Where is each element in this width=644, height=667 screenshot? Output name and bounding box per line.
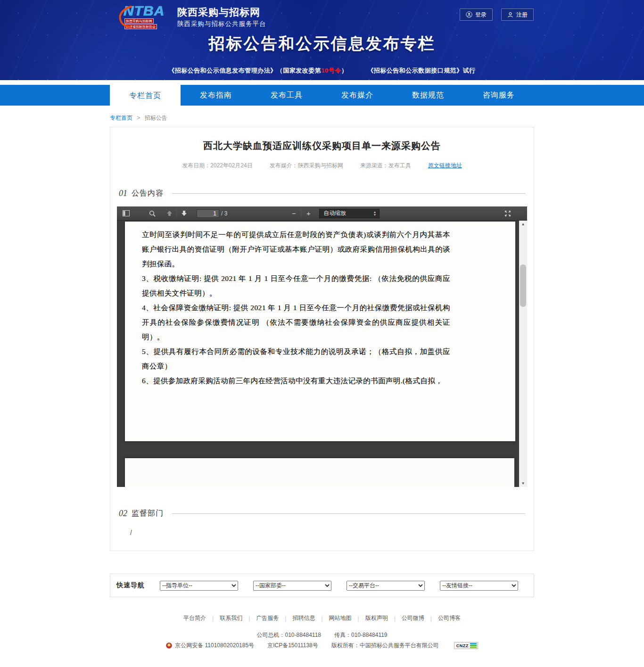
article-container: 西北大学缺血预适应训练仪采购项目单一来源采购公告 发布日期：2022年02月24…: [110, 127, 534, 551]
footer-beian-gongan[interactable]: 京公网安备 11010802020185号: [175, 642, 254, 650]
original-link[interactable]: 原文链接地址: [428, 162, 462, 170]
section-title: 监督部门: [132, 509, 164, 519]
cnzz-counter-badge[interactable]: CNZZ: [454, 642, 478, 649]
quick-nav-bar: 快速导航 --指导单位-- --国家部委-- --交易平台-- --友情链接--: [110, 574, 534, 597]
guide-unit-select[interactable]: --指导单位--: [160, 581, 238, 591]
footer-beian-icp[interactable]: 京ICP备15011138号: [267, 642, 318, 650]
toolbar-separator: [301, 210, 301, 217]
footer-link-platform-intro[interactable]: 平台简介: [183, 614, 206, 622]
footer-link-recruit-info[interactable]: 招聘信息: [292, 614, 315, 622]
search-icon[interactable]: [146, 208, 158, 219]
breadcrumb: 专栏首页 > 招标公告: [110, 114, 534, 122]
site-logo[interactable]: NTBA 陕西采购与招标网 陕西省招标投标协会 陕西采购与招标网 陕西采购与招标…: [117, 4, 266, 30]
scroll-up-icon[interactable]: ▲: [519, 221, 527, 228]
user-circle-icon: [466, 11, 472, 18]
meta-source-channel: 来源渠道：发布工具: [360, 162, 411, 170]
nav-tab-consult-service[interactable]: 咨询服务: [463, 85, 534, 106]
footer-link-ad-service[interactable]: 广告服务: [256, 614, 279, 622]
article-title: 西北大学缺血预适应训练仪采购项目单一来源采购公告: [110, 140, 534, 152]
meta-publish-media: 发布媒介：陕西采购与招标网: [270, 162, 343, 170]
section-divider: [172, 513, 525, 514]
footer-phone: 公司总机：010-88484118: [256, 632, 321, 638]
footer-link-weibo[interactable]: 公司微博: [402, 614, 424, 622]
site-header: NTBA 陕西采购与招标网 陕西省招标投标协会 陕西采购与招标网 陕西采购与招标…: [0, 0, 644, 80]
site-title: 陕西采购与招标网: [177, 6, 266, 18]
pdf-paragraph: 5、提供具有履行本合同所必需的设备和专业技术能力的说明及承诺；（格式自拟，加盖供…: [142, 344, 450, 373]
pdf-page-1: 立时间至谈判时间不足一年的可提供成立后任意时段的资产负债表)或谈判前六个月内其基…: [125, 222, 515, 441]
page-count-label: / 3: [221, 210, 227, 217]
logo-mark: NTBA 陕西采购与招标网 陕西省招标投标协会: [117, 4, 173, 30]
footer-link-blog[interactable]: 公司博客: [438, 614, 461, 622]
nav-tab-data-standard[interactable]: 数据规范: [393, 85, 463, 106]
page-number-input[interactable]: [197, 209, 219, 218]
next-page-icon[interactable]: [178, 208, 190, 219]
section-supervision-header: 02 监督部门: [119, 509, 525, 519]
section-announcement-header: 01 公告内容: [119, 189, 525, 198]
zoom-out-icon[interactable]: −: [288, 208, 300, 219]
footer-link-copyright-statement[interactable]: 版权声明: [365, 614, 388, 622]
fullscreen-icon[interactable]: [502, 208, 514, 219]
quick-nav-label: 快速导航: [116, 581, 145, 590]
pdf-body: 立时间至谈判时间不足一年的可提供成立后任意时段的资产负债表)或谈判前六个月内其基…: [117, 221, 527, 487]
banner-sub-right: 《招标公告和公示数据接口规范》试行: [367, 67, 476, 74]
login-button[interactable]: 登录: [460, 8, 493, 21]
national-ministry-select[interactable]: --国家部委--: [253, 581, 331, 591]
trading-platform-select[interactable]: --交易平台--: [347, 581, 425, 591]
zoom-in-icon[interactable]: +: [302, 208, 314, 219]
footer-link-separator: |: [430, 615, 432, 622]
pdf-scrollbar[interactable]: ▲ ▼: [519, 221, 527, 487]
site-subtitle: 陕西采购与招标公共服务平台: [177, 20, 266, 28]
register-button[interactable]: 注册: [501, 8, 534, 21]
pdf-page-2: [125, 458, 514, 487]
scrollbar-thumb[interactable]: [520, 264, 526, 307]
section-divider: [172, 193, 525, 194]
pdf-paragraph: 6、提供参加政府采购活动前三年内在经营活动中没有重大违法记录的书面声明.(格式自…: [142, 373, 450, 388]
footer-link-separator: |: [285, 615, 286, 622]
friendly-links-select[interactable]: --友情链接--: [440, 581, 518, 591]
pdf-paragraph: 4、社会保障资金缴纳证明: 提供 2021 年 1 月 1 日至今任意一个月的社…: [142, 300, 450, 344]
footer-link-separator: |: [358, 615, 359, 622]
meta-publish-date: 发布日期：2022年02月24日: [182, 162, 252, 170]
logo-swoosh-icon: [117, 5, 136, 28]
banner-sub-close: ）: [341, 67, 348, 74]
scroll-down-icon[interactable]: ▼: [519, 480, 527, 487]
register-label: 注册: [516, 11, 528, 19]
sidebar-toggle-icon[interactable]: [120, 208, 132, 219]
footer-link-contact-us[interactable]: 联系我们: [220, 614, 242, 622]
supervision-content: /: [130, 529, 534, 536]
pdf-page-text: 立时间至谈判时间不足一年的可提供成立后任意时段的资产负债表)或谈判前六个月内其基…: [125, 222, 515, 388]
user-icon: [507, 12, 513, 18]
footer-contact-line: 公司总机：010-88484118传真：010-88484119: [0, 631, 644, 639]
pdf-paragraph: 3、税收缴纳证明: 提供 2021 年 1 月 1 日至今任意一个月的缴费凭据:…: [142, 271, 450, 300]
cnzz-label: CNZZ: [456, 643, 469, 648]
footer-link-sitemap[interactable]: 网站地图: [329, 614, 352, 622]
footer-links: 平台简介| 联系我们| 广告服务| 招聘信息| 网站地图| 版权声明| 公司微博…: [0, 614, 644, 622]
footer-copyright-owner: 版权所有：中国招标公共服务平台有限公司: [331, 642, 439, 650]
footer-link-separator: |: [394, 615, 396, 622]
pdf-paragraph: 立时间至谈判时间不足一年的可提供成立后任意时段的资产负债表)或谈判前六个月内其基…: [142, 227, 450, 271]
section-number: 01: [119, 189, 127, 198]
main-nav: 专栏首页 发布指南 发布工具 发布媒介 数据规范 咨询服务: [0, 85, 644, 106]
footer-copyright-line: 京公网安备 11010802020185号 京ICP备15011138号 版权所…: [0, 642, 644, 650]
toolbar-separator: [176, 210, 177, 217]
previous-page-icon[interactable]: [163, 208, 175, 219]
zoom-mode-dropdown[interactable]: 自动缩放 ▲▼: [319, 209, 380, 218]
footer-link-separator: |: [248, 615, 250, 622]
login-label: 登录: [475, 11, 487, 19]
site-footer: 平台简介| 联系我们| 广告服务| 招聘信息| 网站地图| 版权声明| 公司微博…: [0, 608, 644, 650]
breadcrumb-home-link[interactable]: 专栏首页: [110, 115, 132, 121]
nav-tab-home[interactable]: 专栏首页: [110, 85, 181, 107]
cnzz-stripes-icon: [470, 643, 477, 648]
footer-link-separator: |: [321, 615, 322, 622]
zoom-mode-label: 自动缩放: [323, 209, 346, 217]
police-badge-icon: [166, 642, 172, 649]
banner-subtitle: 《招标公告和公示信息发布管理办法》（国家发改委第10号令）《招标公告和公示数据接…: [0, 66, 644, 75]
breadcrumb-separator: >: [137, 115, 140, 121]
pdf-toolbar: / 3 − + 自动缩放 ▲▼: [117, 206, 527, 221]
nav-tab-publish-tools[interactable]: 发布工具: [251, 85, 322, 106]
banner-title: 招标公告和公示信息发布专栏: [0, 33, 644, 55]
section-number: 02: [119, 509, 127, 519]
nav-tab-publish-media[interactable]: 发布媒介: [322, 85, 393, 106]
banner-sub-left: 《招标公告和公示信息发布管理办法》（国家发改委第: [168, 67, 321, 74]
nav-tab-publish-guide[interactable]: 发布指南: [181, 85, 251, 106]
